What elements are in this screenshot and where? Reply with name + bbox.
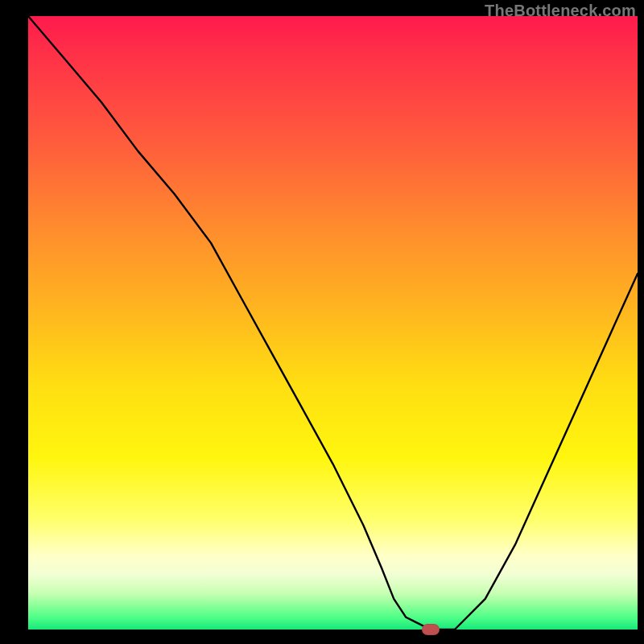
plot-area: [28, 16, 638, 630]
optimal-marker: [422, 624, 440, 635]
watermark-label: TheBottleneck.com: [485, 2, 636, 20]
chart-stage: TheBottleneck.com: [0, 0, 644, 644]
